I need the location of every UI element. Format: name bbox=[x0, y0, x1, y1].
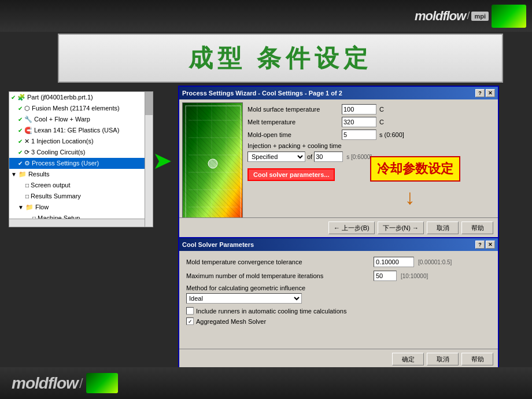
back-button[interactable]: ← 上一步(B) bbox=[328, 221, 375, 234]
injection-value-input[interactable] bbox=[314, 152, 343, 162]
mold-open-time-unit: s (0:600] bbox=[379, 131, 404, 138]
checkbox2-row: ✓ Aggregated Mesh Solver bbox=[186, 317, 491, 325]
tree-item-material[interactable]: ✔ 🧲 Lexan 141: GE Plastics (USA) bbox=[9, 125, 153, 136]
logo-green-block bbox=[492, 5, 526, 28]
tree-item-injection[interactable]: ✔ ✕ 1 Injection Location(s) bbox=[9, 136, 153, 147]
tree-item-part[interactable]: ✔ 🧩 Part (jf04001erbb.prt.1) bbox=[9, 92, 153, 103]
help-titlebar-btn[interactable]: ? bbox=[475, 89, 485, 97]
checkbox2-label: Aggregated Mesh Solver bbox=[196, 318, 266, 325]
checkbox2[interactable]: ✓ bbox=[186, 317, 194, 325]
mesh-icon: ⬡ bbox=[24, 104, 30, 113]
cool-help-button[interactable]: 帮助 bbox=[461, 353, 493, 365]
tree-label-results-summary: Results Summary bbox=[31, 191, 81, 201]
mold-open-time-row: Mold-open time s (0:600] bbox=[247, 130, 493, 140]
tree-label-screen-output: Screen output bbox=[31, 180, 71, 190]
convergence-tolerance-label: Mold temperature convergence tolerance bbox=[186, 258, 371, 265]
check-icon-cool-flow: ✔ bbox=[18, 114, 23, 124]
cool-close-titlebar-btn[interactable]: ✕ bbox=[486, 241, 495, 249]
convergence-tolerance-range: [0.00001:0.5] bbox=[418, 259, 452, 265]
mold-open-time-label: Mold-open time bbox=[247, 131, 340, 138]
cool-cancel-button[interactable]: 取消 bbox=[427, 353, 459, 365]
checkbox1-label: Include runners in automatic cooling tim… bbox=[196, 308, 346, 315]
cb-summary: □ bbox=[25, 191, 29, 201]
svg-rect-11 bbox=[186, 106, 241, 221]
cool-solver-dialog: Cool Solver Parameters ? ✕ Mold temperat… bbox=[178, 237, 499, 370]
right-arrow: ➤ bbox=[153, 149, 171, 173]
cool-dialog-buttons: ? ✕ bbox=[475, 241, 495, 249]
cancel-button[interactable]: 取消 bbox=[427, 221, 459, 234]
max-iterations-range: [10:10000] bbox=[401, 273, 428, 279]
mpi-badge: mpi bbox=[471, 12, 489, 21]
tree-item-flow[interactable]: ▼ 📁 Flow bbox=[9, 202, 153, 213]
tree-label-injection: 1 Injection Location(s) bbox=[31, 136, 94, 146]
injection-packing-label-row: Injection + packing + cooling time bbox=[247, 142, 493, 149]
injection-range: s [0:6000] bbox=[346, 154, 372, 160]
mold-surface-temp-input[interactable] bbox=[342, 104, 376, 114]
close-titlebar-btn[interactable]: ✕ bbox=[486, 89, 495, 97]
svg-point-12 bbox=[208, 159, 217, 168]
moldflow-logo-top: moldflow bbox=[415, 9, 466, 24]
injection-packing-label: Injection + packing + cooling time bbox=[247, 142, 342, 149]
melt-temp-label: Melt temperature bbox=[247, 119, 340, 125]
svg-rect-1 bbox=[183, 103, 243, 224]
results-icon: 📁 bbox=[19, 169, 27, 179]
mold-surface-temp-row: Mold surface temperature C bbox=[247, 104, 493, 114]
tree-item-results[interactable]: ▼ 📁 Results bbox=[9, 169, 153, 180]
check-icon-cooling: ✔ bbox=[18, 147, 23, 157]
help-button[interactable]: 帮助 bbox=[461, 221, 493, 234]
tree-scrollbar-h[interactable] bbox=[9, 219, 145, 227]
tree-item-cooling[interactable]: ✔ ⟳ 3 Cooling Circuit(s) bbox=[9, 147, 153, 158]
tree-scrollbar-v[interactable] bbox=[145, 92, 153, 227]
check-icon-mesh: ✔ bbox=[18, 104, 23, 113]
title-area: 成型 条件设定 bbox=[58, 34, 503, 83]
bottom-bar: moldflow / bbox=[0, 367, 532, 399]
tree-item-mesh[interactable]: ✔ ⬡ Fusion Mesh (21174 elements) bbox=[9, 103, 153, 114]
checkbox1-row: Include runners in automatic cooling tim… bbox=[186, 307, 491, 315]
check-icon-process: ✔ bbox=[18, 158, 23, 168]
tree-label-mesh: Fusion Mesh (21174 elements) bbox=[32, 104, 120, 113]
cool-dialog-titlebar: Cool Solver Parameters ? ✕ bbox=[179, 238, 498, 251]
cool-dialog-title: Cool Solver Parameters bbox=[182, 241, 254, 248]
next-button[interactable]: 下一步(N) → bbox=[378, 221, 424, 234]
svg-rect-0 bbox=[183, 103, 243, 224]
mold-visualization bbox=[183, 103, 243, 224]
tree-label-cool-flow: Cool + Flow + Warp bbox=[34, 114, 90, 124]
max-iterations-input[interactable] bbox=[374, 271, 397, 281]
tree-label-material: Lexan 141: GE Plastics (USA) bbox=[34, 125, 119, 135]
checkbox1[interactable] bbox=[186, 307, 194, 315]
expand-icon-results: ▼ bbox=[11, 169, 17, 179]
part-icon: 🧩 bbox=[17, 93, 25, 102]
method-row: Method for calculating geometric influen… bbox=[186, 285, 491, 304]
melt-temp-input[interactable] bbox=[342, 117, 376, 127]
tree-scrollbar-thumb bbox=[145, 92, 153, 115]
annotation-text: 冷却参数设定 bbox=[377, 161, 453, 176]
mold-surface-temp-label: Mold surface temperature bbox=[247, 106, 340, 113]
cool-solver-button[interactable]: Cool solver parameters... bbox=[247, 168, 335, 181]
tree-item-screen-output[interactable]: □ Screen output bbox=[9, 180, 153, 191]
max-iterations-row: Maximum number of mold temperature itera… bbox=[186, 271, 491, 281]
tree-label-flow: Flow bbox=[35, 202, 49, 212]
convergence-tolerance-input[interactable] bbox=[374, 257, 414, 267]
process-dialog-title: Process Settings Wizard - Cool Settings … bbox=[182, 90, 342, 97]
logo-slash: / bbox=[467, 10, 470, 22]
moldflow-logo-bottom: moldflow bbox=[12, 374, 78, 393]
tree-item-cool-flow[interactable]: ✔ 🔧 Cool + Flow + Warp bbox=[9, 114, 153, 125]
process-dialog-buttons: ? ✕ bbox=[475, 89, 495, 97]
process-dialog-titlebar: Process Settings Wizard - Cool Settings … bbox=[179, 87, 498, 99]
cool-dialog-footer: 确定 取消 帮助 bbox=[179, 349, 498, 369]
logo-area: moldflow / mpi bbox=[415, 5, 526, 28]
injection-dropdown[interactable]: Specified Automatic bbox=[247, 152, 305, 162]
cool-help-titlebar-btn[interactable]: ? bbox=[475, 241, 485, 249]
melt-temp-unit: C bbox=[379, 119, 384, 125]
cooling-icon: ⟳ bbox=[24, 147, 29, 157]
tree-item-results-summary[interactable]: □ Results Summary bbox=[9, 191, 153, 202]
cool-ok-button[interactable]: 确定 bbox=[392, 353, 424, 365]
tree-item-process[interactable]: ✔ ⚙ Process Settings (User) bbox=[9, 158, 153, 169]
material-icon: 🧲 bbox=[24, 125, 32, 135]
process-icon: ⚙ bbox=[24, 158, 30, 168]
check-icon-material: ✔ bbox=[18, 125, 23, 135]
cool-dialog-content: Mold temperature convergence tolerance [… bbox=[179, 251, 498, 334]
method-dropdown[interactable]: Ideal Boundary element bbox=[186, 293, 302, 304]
mold-open-time-input[interactable] bbox=[342, 130, 376, 140]
logo-green-block-bottom bbox=[86, 373, 118, 393]
